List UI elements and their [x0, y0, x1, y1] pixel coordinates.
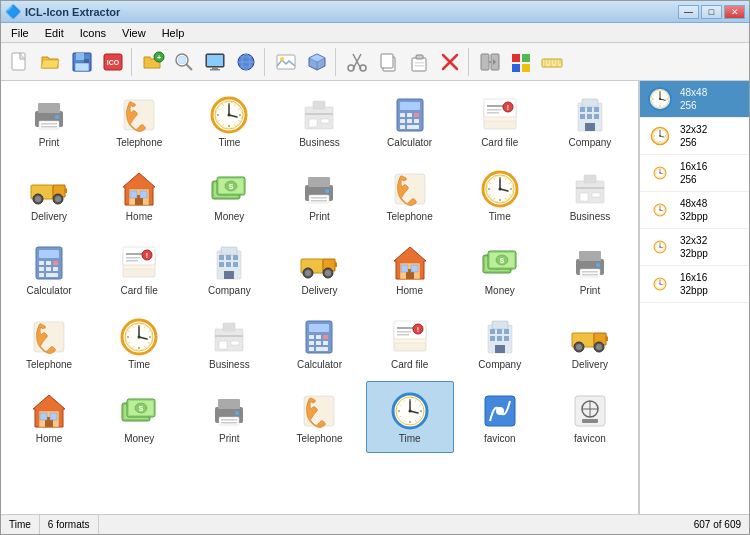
icon-cell[interactable]: Business — [546, 159, 634, 231]
svg-rect-237 — [231, 341, 239, 345]
icon-cell[interactable]: Telephone — [366, 159, 454, 231]
icon-cell[interactable]: Business — [275, 85, 363, 157]
svg-rect-212 — [582, 274, 598, 276]
icon-cell[interactable]: $ $ Money — [185, 159, 273, 231]
icon-cell[interactable]: Calculator — [275, 307, 363, 379]
size-panel-item[interactable]: 48x48 32bpp — [640, 192, 749, 229]
menu-edit[interactable]: Edit — [37, 25, 72, 41]
icon-cell[interactable]: Print — [185, 381, 273, 453]
icon-cell[interactable]: Company — [546, 85, 634, 157]
maximize-button[interactable]: □ — [701, 5, 722, 19]
icon-label: Business — [570, 211, 611, 222]
icon-label: Business — [209, 359, 250, 370]
globe-button[interactable] — [231, 47, 261, 77]
svg-rect-187 — [224, 271, 234, 279]
extract-button[interactable] — [475, 47, 505, 77]
save-button[interactable] — [67, 47, 97, 77]
icon-image — [209, 391, 249, 431]
svg-rect-257 — [492, 321, 508, 329]
monitor-button[interactable] — [200, 47, 230, 77]
icon-cell[interactable]: ! Card file — [366, 307, 454, 379]
svg-point-143 — [498, 187, 501, 190]
image-button[interactable] — [271, 47, 301, 77]
icon-cell[interactable]: favicon — [456, 381, 544, 453]
icon-cell[interactable]: Calculator — [366, 85, 454, 157]
new-button[interactable] — [5, 47, 35, 77]
icon-cell[interactable]: Time — [366, 381, 454, 453]
cut-button[interactable] — [342, 47, 372, 77]
svg-rect-240 — [309, 335, 314, 339]
svg-line-228 — [133, 346, 134, 347]
icon-cell[interactable]: Time — [95, 307, 183, 379]
ruler-button[interactable] — [537, 47, 567, 77]
size-panel-item[interactable]: 48x48 256 — [640, 81, 749, 118]
svg-line-222 — [145, 326, 146, 327]
title-bar: 🔷 ICL-Icon Extractor — □ ✕ — [1, 1, 749, 23]
svg-rect-244 — [316, 341, 321, 345]
menu-icons[interactable]: Icons — [72, 25, 114, 41]
icon-cell[interactable]: Calculator — [5, 233, 93, 305]
icon-cell[interactable]: Home — [366, 233, 454, 305]
delete-button[interactable] — [435, 47, 465, 77]
icon-cell[interactable]: Company — [456, 307, 544, 379]
icon-cell[interactable]: $ $ Money — [456, 233, 544, 305]
icon-cell[interactable]: Company — [185, 233, 273, 305]
icon-cell[interactable]: Time — [456, 159, 544, 231]
menu-help[interactable]: Help — [154, 25, 193, 41]
svg-rect-159 — [580, 193, 588, 201]
icon-image — [570, 95, 610, 135]
open-button[interactable] — [36, 47, 66, 77]
paste-button[interactable] — [404, 47, 434, 77]
icon-cell[interactable]: Delivery — [5, 159, 93, 231]
search-button[interactable] — [169, 47, 199, 77]
minimize-button[interactable]: — — [678, 5, 699, 19]
icon-cell[interactable]: Telephone — [275, 381, 363, 453]
size-panel-item[interactable]: 16x16 256 — [640, 155, 749, 192]
add-folder-button[interactable]: + — [138, 47, 168, 77]
icon-cell[interactable]: Business — [185, 307, 273, 379]
copy-button[interactable] — [373, 47, 403, 77]
svg-line-149 — [505, 198, 506, 199]
icon-cell[interactable]: Home — [5, 381, 93, 453]
icon-cell[interactable]: Print — [546, 233, 634, 305]
cube-button[interactable] — [302, 47, 332, 77]
svg-rect-108 — [587, 114, 592, 119]
svg-rect-0 — [12, 53, 25, 70]
svg-line-308 — [404, 400, 405, 401]
size-panel: 48x48 256 32x32 256 16x16 256 48x48 32bp… — [639, 81, 749, 514]
menu-file[interactable]: File — [3, 25, 37, 41]
svg-rect-289 — [221, 422, 237, 424]
icon-grid-area[interactable]: Print Telephone Time Business Calculator — [1, 81, 639, 514]
size-panel-item[interactable]: 32x32 32bpp — [640, 229, 749, 266]
size-label: 48x48 256 — [680, 86, 707, 112]
icon-cell[interactable]: Print — [275, 159, 363, 231]
size-panel-item[interactable]: 32x32 256 — [640, 118, 749, 155]
svg-rect-163 — [39, 261, 44, 265]
icon-cell[interactable]: ! Card file — [95, 233, 183, 305]
svg-rect-239 — [309, 324, 329, 332]
svg-rect-103 — [582, 99, 598, 107]
close-button[interactable]: ✕ — [724, 5, 745, 19]
icon-image — [570, 391, 610, 431]
icon-cell[interactable]: $ $ Money — [95, 381, 183, 453]
icon-cell[interactable]: Telephone — [95, 85, 183, 157]
svg-point-12 — [178, 56, 186, 64]
size-panel-item[interactable]: 16x16 32bpp — [640, 266, 749, 303]
icon-cell[interactable]: Time — [185, 85, 273, 157]
icon-cell[interactable]: Print — [5, 85, 93, 157]
icon-cell[interactable]: Delivery — [546, 307, 634, 379]
size-preview-icon — [646, 122, 674, 150]
icon-cell[interactable]: favicon — [546, 381, 634, 453]
windows-button[interactable] — [506, 47, 536, 77]
icon-cell[interactable]: Telephone — [5, 307, 93, 379]
icon-label: Time — [399, 433, 421, 444]
icon-cell[interactable]: ! Card file — [456, 85, 544, 157]
icon-cell[interactable]: Home — [95, 159, 183, 231]
svg-text:ICO: ICO — [107, 59, 120, 66]
menu-view[interactable]: View — [114, 25, 154, 41]
icon-cell[interactable]: Delivery — [275, 233, 363, 305]
ico-button[interactable]: ICO — [98, 47, 128, 77]
svg-rect-210 — [580, 269, 600, 277]
icon-image — [209, 95, 249, 135]
icon-label: Print — [580, 285, 601, 296]
